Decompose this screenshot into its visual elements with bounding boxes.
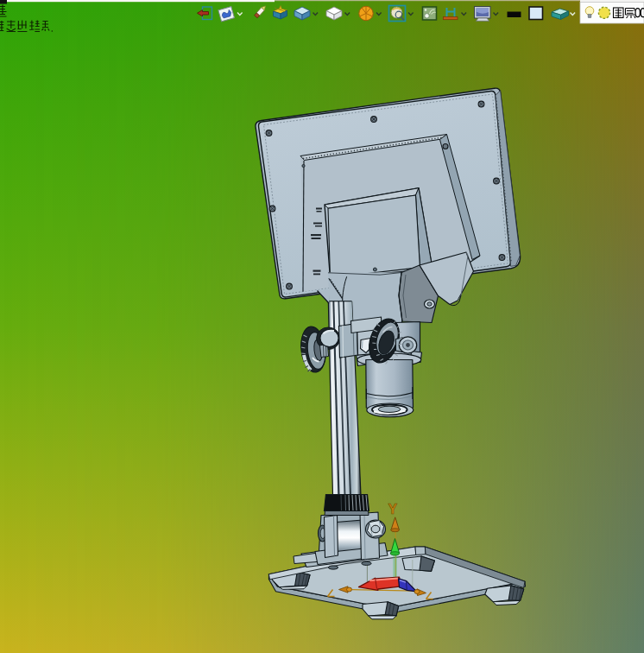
svg-text:Y: Y (388, 502, 398, 517)
